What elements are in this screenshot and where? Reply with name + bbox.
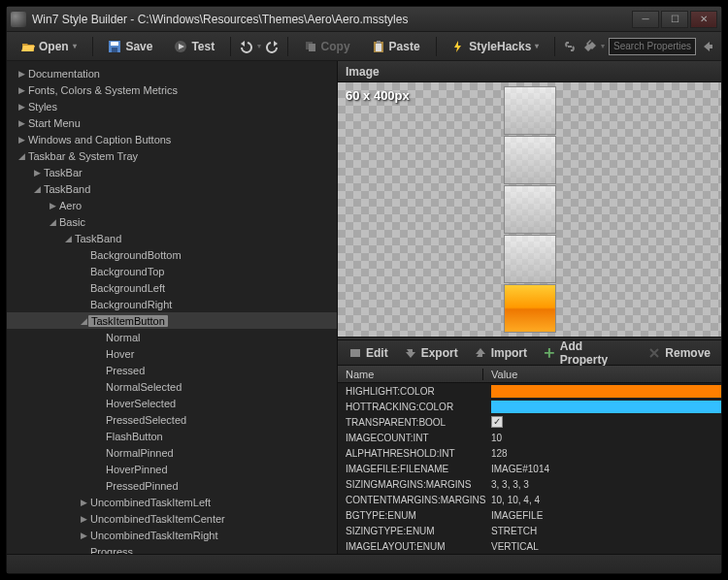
titlebar[interactable]: Win7 Style Builder - C:\Windows\Resource… bbox=[7, 7, 721, 32]
expand-icon[interactable]: ▶ bbox=[17, 118, 26, 128]
tree-node[interactable]: PressedPinned bbox=[7, 477, 337, 494]
preview-state bbox=[504, 136, 556, 184]
tree-label: Aero bbox=[57, 200, 83, 211]
property-row[interactable]: IMAGELAYOUT:ENUMVERTICAL bbox=[338, 538, 721, 554]
tree-node[interactable]: Pressed bbox=[7, 362, 337, 378]
image-preview[interactable]: 60 x 400px bbox=[338, 82, 721, 337]
expand-icon[interactable]: ◢ bbox=[79, 316, 88, 326]
tree-node[interactable]: ▶Aero bbox=[7, 197, 337, 213]
tree-node[interactable]: BackgroundBottom bbox=[7, 246, 337, 263]
color-swatch[interactable] bbox=[491, 401, 721, 413]
property-row[interactable]: HOTTRACKING:COLOR bbox=[338, 399, 721, 414]
tree-node[interactable]: PressedSelected bbox=[7, 411, 337, 428]
tree-node[interactable]: NormalSelected bbox=[7, 378, 337, 395]
export-button[interactable]: Export bbox=[397, 343, 465, 363]
save-button[interactable]: Save bbox=[99, 36, 161, 57]
expand-icon[interactable]: ▶ bbox=[48, 201, 57, 210]
property-name: IMAGECOUNT:INT bbox=[338, 433, 483, 443]
expand-icon[interactable]: ▶ bbox=[17, 102, 26, 112]
property-row[interactable]: SIZINGTYPE:ENUMSTRETCH bbox=[338, 523, 721, 538]
expand-icon[interactable]: ▶ bbox=[32, 168, 42, 177]
property-row[interactable]: ALPHATHRESHOLD:INT128 bbox=[338, 445, 721, 461]
property-row[interactable]: IMAGEFILE:FILENAMEIMAGE#1014 bbox=[338, 461, 721, 476]
close-button[interactable]: ✕ bbox=[690, 11, 717, 28]
tree-label: TaskBand bbox=[42, 183, 92, 195]
redo-button[interactable] bbox=[265, 36, 281, 57]
copy-button[interactable]: Copy bbox=[295, 36, 359, 57]
expand-icon[interactable]: ◢ bbox=[17, 151, 26, 161]
tree-node[interactable]: ◢TaskItemButton bbox=[7, 312, 337, 329]
tree-label: BackgroundLeft bbox=[88, 282, 167, 294]
statusbar bbox=[7, 554, 721, 573]
stylehacks-button[interactable]: StyleHacks ▾ bbox=[443, 36, 547, 57]
tree-node[interactable]: ▶Styles bbox=[7, 98, 337, 114]
tree-node[interactable]: HoverSelected bbox=[7, 395, 337, 411]
tree-node[interactable]: BackgroundTop bbox=[7, 263, 337, 279]
property-toolbar: Edit Export Import Add Property Remove bbox=[338, 340, 721, 366]
property-row[interactable]: IMAGECOUNT:INT10 bbox=[338, 430, 721, 445]
edit-button[interactable]: Edit bbox=[342, 343, 395, 363]
tree-label: TaskBar bbox=[42, 167, 84, 178]
tree-node[interactable]: BackgroundRight bbox=[7, 296, 337, 312]
property-row[interactable]: BGTYPE:ENUMIMAGEFILE bbox=[338, 507, 721, 523]
edit-icon bbox=[348, 346, 362, 360]
tree-node[interactable]: ◢Basic bbox=[7, 213, 337, 230]
tree-panel[interactable]: ▶Documentation▶Fonts, Colors & System Me… bbox=[7, 61, 337, 554]
tree-node[interactable]: Hover bbox=[7, 345, 337, 362]
minimize-button[interactable]: ─ bbox=[632, 11, 659, 28]
tree-node[interactable]: ▶Fonts, Colors & System Metrics bbox=[7, 81, 337, 98]
import-button[interactable]: Import bbox=[467, 343, 534, 363]
tree-node[interactable]: ▶Start Menu bbox=[7, 114, 337, 131]
expand-icon[interactable]: ◢ bbox=[32, 184, 42, 194]
tree-node[interactable]: ◢TaskBand bbox=[7, 230, 337, 246]
tree-node[interactable]: ▶Windows and Caption Buttons bbox=[7, 131, 337, 147]
tree-node[interactable]: Progress bbox=[7, 543, 337, 554]
column-name[interactable]: Name bbox=[338, 369, 483, 380]
tree-node[interactable]: ▶UncombinedTaskItemLeft bbox=[7, 494, 337, 510]
tree-node[interactable]: ◢Taskbar & System Tray bbox=[7, 147, 337, 164]
tree-node[interactable]: BackgroundLeft bbox=[7, 279, 337, 296]
property-row[interactable]: HIGHLIGHT:COLOR bbox=[338, 383, 721, 399]
paste-button[interactable]: Paste bbox=[363, 36, 429, 57]
tree-node[interactable]: ▶UncombinedTaskItemRight bbox=[7, 527, 337, 543]
expand-icon[interactable]: ▶ bbox=[17, 69, 26, 79]
add-property-button[interactable]: Add Property bbox=[536, 337, 639, 370]
copy-icon bbox=[304, 40, 317, 53]
tree-node[interactable]: ▶Documentation bbox=[7, 65, 337, 81]
expand-icon[interactable]: ▶ bbox=[79, 531, 88, 540]
tree-node[interactable]: ▶UncombinedTaskItemCenter bbox=[7, 510, 337, 527]
expand-icon[interactable]: ◢ bbox=[48, 217, 57, 227]
tree-label: PressedSelected bbox=[104, 414, 188, 426]
export-icon bbox=[404, 346, 417, 360]
property-row[interactable]: SIZINGMARGINS:MARGINS3, 3, 3, 3 bbox=[338, 476, 721, 492]
tree-node[interactable]: Normal bbox=[7, 329, 337, 345]
search-input[interactable] bbox=[609, 38, 696, 55]
tree-node[interactable]: FlashButton bbox=[7, 428, 337, 444]
tree-node[interactable]: NormalPinned bbox=[7, 444, 337, 461]
expand-icon[interactable]: ◢ bbox=[63, 234, 73, 243]
open-button[interactable]: Open ▾ bbox=[13, 36, 85, 57]
maximize-button[interactable]: ☐ bbox=[661, 11, 688, 28]
remove-property-button[interactable]: Remove bbox=[641, 343, 717, 363]
color-swatch[interactable] bbox=[491, 385, 721, 398]
tree-node[interactable]: HoverPinned bbox=[7, 461, 337, 477]
expand-icon[interactable]: ▶ bbox=[17, 135, 26, 145]
tree-node[interactable]: ◢TaskBand bbox=[7, 180, 337, 197]
expand-icon[interactable]: ▶ bbox=[79, 514, 88, 524]
link-button[interactable] bbox=[562, 36, 578, 57]
property-grid[interactable]: HIGHLIGHT:COLORHOTTRACKING:COLORTRANSPAR… bbox=[338, 383, 721, 554]
tree-node[interactable]: ▶TaskBar bbox=[7, 164, 337, 180]
property-value: IMAGE#1014 bbox=[491, 464, 549, 474]
settings-button[interactable] bbox=[581, 36, 597, 57]
column-value[interactable]: Value bbox=[483, 369, 721, 380]
property-row[interactable]: TRANSPARENT:BOOL✓ bbox=[338, 414, 721, 430]
tree-label: FlashButton bbox=[104, 431, 165, 442]
preview-state bbox=[504, 185, 556, 234]
undo-button[interactable] bbox=[238, 36, 253, 57]
expand-icon[interactable]: ▶ bbox=[79, 498, 88, 507]
expand-icon[interactable]: ▶ bbox=[17, 85, 26, 95]
property-row[interactable]: CONTENTMARGINS:MARGINS10, 10, 4, 4 bbox=[338, 492, 721, 507]
checkbox[interactable]: ✓ bbox=[491, 416, 503, 428]
search-go-button[interactable] bbox=[700, 36, 715, 57]
test-button[interactable]: Test bbox=[165, 36, 223, 57]
